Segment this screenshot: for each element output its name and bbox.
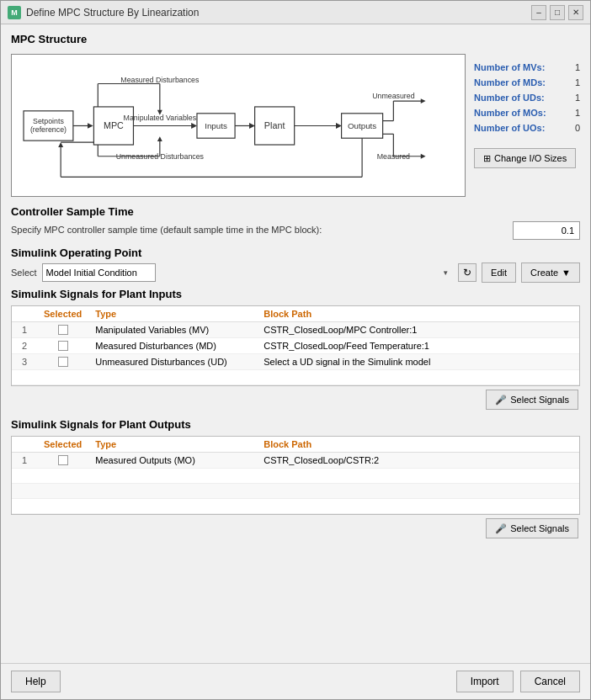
stat-mos-value: 1 (570, 108, 580, 118)
table-row: 1 Manipulated Variables (MV) CSTR_Closed… (12, 322, 579, 338)
stat-uds-value: 1 (570, 93, 580, 103)
svg-text:Inputs: Inputs (205, 121, 227, 130)
change-io-button[interactable]: ⊞ Change I/O Sizes (474, 148, 576, 168)
table-row-empty (12, 370, 579, 385)
stat-mvs-label: Number of MVs: (474, 62, 545, 72)
app-icon: M (8, 6, 21, 19)
row-num-2: 2 (12, 338, 37, 354)
type-1: Manipulated Variables (MV) (88, 322, 257, 338)
out-type-1: Measured Outputs (MO) (88, 453, 257, 469)
svg-text:Outputs: Outputs (348, 121, 376, 130)
outputs-table-container: Selected Type Block Path 1 (11, 436, 580, 542)
row-num-3: 3 (12, 354, 37, 370)
signal-icon-outputs: 🎤 (495, 523, 507, 534)
outputs-table-actions: 🎤 Select Signals (11, 515, 580, 542)
import-label: Import (471, 676, 499, 687)
svg-marker-29 (421, 98, 426, 103)
edit-label: Edit (491, 268, 507, 278)
checkbox-cell-1 (37, 322, 88, 338)
maximize-button[interactable]: □ (550, 5, 565, 20)
select-signals-outputs-button[interactable]: 🎤 Select Signals (486, 518, 578, 538)
svg-text:MPC: MPC (104, 120, 124, 130)
help-label: Help (25, 676, 46, 687)
type-3: Unmeasured Disturbances (UD) (88, 354, 257, 370)
operating-point-title: Simulink Operating Point (11, 247, 580, 259)
checkbox-3[interactable] (58, 357, 68, 367)
stat-uos: Number of UOs: 0 (474, 123, 580, 133)
inputs-table: Selected Type Block Path 1 (12, 306, 579, 385)
stat-uds: Number of UDs: 1 (474, 93, 580, 103)
bottom-right-buttons: Import Cancel (456, 671, 580, 692)
stat-uds-label: Number of UDs: (474, 93, 545, 103)
outputs-section: Simulink Signals for Plant Outputs Selec… (11, 418, 580, 542)
table-row: 2 Measured Disturbances (MD) CSTR_Closed… (12, 338, 579, 354)
table-row-empty (12, 499, 579, 514)
stat-mvs: Number of MVs: 1 (474, 62, 580, 72)
svg-text:Plant: Plant (264, 120, 285, 130)
create-button[interactable]: Create ▼ (521, 262, 580, 283)
inputs-col-type: Type (88, 306, 257, 322)
path-2: CSTR_ClosedLoop/Feed Temperature:1 (257, 338, 579, 354)
diagram-area: Setpoints (reference) MPC Inputs Plant (11, 54, 580, 197)
select-signals-inputs-label: Select Signals (510, 395, 569, 405)
inputs-table-container: Selected Type Block Path 1 (11, 305, 580, 413)
inputs-section: Simulink Signals for Plant Inputs Select… (11, 288, 580, 413)
checkbox-2[interactable] (58, 341, 68, 351)
table-row-empty (12, 469, 579, 484)
create-label: Create (530, 268, 558, 278)
block-diagram: Setpoints (reference) MPC Inputs Plant (11, 54, 466, 197)
outputs-section-title: Simulink Signals for Plant Outputs (11, 418, 580, 431)
main-content: MPC Structure Setpoints (reference) MPC … (1, 24, 590, 663)
sample-time-section: Controller Sample Time Specify MPC contr… (11, 205, 580, 241)
inputs-section-title: Simulink Signals for Plant Inputs (11, 288, 580, 300)
out-checkbox-1[interactable] (58, 455, 68, 465)
checkbox-cell-2 (37, 338, 88, 354)
operating-point-label: Select (11, 268, 37, 278)
type-2: Measured Disturbances (MD) (88, 338, 257, 354)
outputs-table-box: Selected Type Block Path 1 (11, 436, 580, 515)
sample-time-row: Specify MPC controller sample time (defa… (11, 221, 580, 240)
out-checkbox-cell-1 (37, 453, 88, 469)
minimize-button[interactable]: – (531, 5, 546, 20)
table-row: 1 Measured Outputs (MO) CSTR_ClosedLoop/… (12, 453, 579, 469)
inputs-table-box: Selected Type Block Path 1 (11, 305, 580, 386)
operating-point-row: Select Model Initial Condition ↻ Edit Cr… (11, 262, 580, 283)
table-row-empty (12, 484, 579, 499)
svg-text:Measured Disturbances: Measured Disturbances (120, 76, 200, 84)
outputs-col-type: Type (88, 437, 257, 453)
sample-time-input[interactable] (513, 221, 580, 240)
stat-uos-value: 0 (570, 123, 580, 133)
outputs-col-selected: Selected (37, 437, 88, 453)
titlebar: M Define MPC Structure By Linearization … (1, 1, 590, 24)
window-title: Define MPC Structure By Linearization (26, 7, 531, 19)
checkbox-1[interactable] (58, 325, 68, 335)
stat-mds: Number of MDs: 1 (474, 77, 580, 88)
help-button[interactable]: Help (11, 671, 61, 692)
svg-text:Unmeasured: Unmeasured (372, 92, 415, 100)
outputs-col-path: Block Path (257, 437, 579, 453)
out-path-1: CSTR_ClosedLoop/CSTR:2 (257, 453, 579, 469)
stat-mos: Number of MOs: 1 (474, 108, 580, 118)
edit-button[interactable]: Edit (482, 262, 516, 283)
stat-mds-value: 1 (570, 77, 580, 88)
svg-text:Manipulated Variables: Manipulated Variables (124, 114, 197, 122)
change-io-icon: ⊞ (483, 153, 491, 164)
svg-marker-34 (421, 154, 426, 159)
change-io-label: Change I/O Sizes (494, 153, 567, 163)
operating-point-select[interactable]: Model Initial Condition (42, 263, 156, 282)
close-button[interactable]: ✕ (568, 5, 583, 20)
outputs-table: Selected Type Block Path 1 (12, 437, 579, 514)
refresh-button[interactable]: ↻ (458, 263, 477, 282)
stat-uos-label: Number of UOs: (474, 123, 545, 133)
path-1: CSTR_ClosedLoop/MPC Controller:1 (257, 322, 579, 338)
select-signals-inputs-button[interactable]: 🎤 Select Signals (486, 390, 578, 410)
stat-mds-label: Number of MDs: (474, 77, 546, 88)
svg-text:Setpoints: Setpoints (33, 117, 64, 125)
import-button[interactable]: Import (456, 671, 514, 692)
outputs-col-num (12, 437, 37, 453)
inputs-table-actions: 🎤 Select Signals (11, 386, 580, 413)
cancel-label: Cancel (535, 676, 566, 687)
inputs-col-num (12, 306, 37, 322)
cancel-button[interactable]: Cancel (520, 671, 580, 692)
svg-marker-23 (157, 136, 162, 141)
